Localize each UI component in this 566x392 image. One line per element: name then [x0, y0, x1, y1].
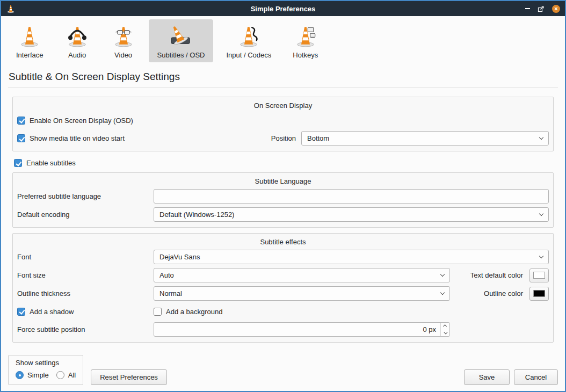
force-position-row: Force subtitle position 0 px — [17, 322, 549, 337]
toolbar-item-label: Video — [114, 51, 132, 59]
reset-preferences-button[interactable]: Reset Preferences — [91, 369, 167, 385]
chevron-down-icon — [444, 331, 447, 334]
chevron-down-icon — [440, 272, 445, 277]
radio-simple[interactable]: Simple — [16, 371, 49, 379]
force-position-value: 0 px — [154, 323, 440, 336]
toolbar-item-audio[interactable]: Audio — [56, 19, 98, 62]
checkbox-icon — [17, 308, 25, 316]
add-shadow-checkbox[interactable]: Add a shadow — [17, 308, 74, 316]
font-size-select[interactable]: Auto — [154, 268, 450, 282]
chevron-down-icon — [539, 254, 543, 258]
radio-icon — [16, 371, 24, 379]
subtitle-language-group: Subtitle Language Preferred subtitle lan… — [12, 172, 554, 228]
minimize-button[interactable] — [525, 8, 530, 9]
dialog-footer: Show settings Simple All Reset Preferenc… — [1, 355, 565, 391]
font-value: DejaVu Sans — [159, 253, 540, 261]
restore-icon — [538, 5, 545, 12]
titlebar: Simple Preferences × — [1, 1, 565, 16]
text-color-cluster: Text default color — [470, 268, 549, 282]
toolbar-item-label: Interface — [16, 51, 43, 59]
save-button[interactable]: Save — [464, 369, 510, 385]
chevron-down-icon — [539, 212, 543, 216]
vlc-cone-icon — [6, 4, 16, 13]
outline-color-label: Outline color — [484, 289, 523, 297]
chevron-up-icon — [443, 325, 446, 328]
toolbar-item-hotkeys[interactable]: Hotkeys — [284, 19, 326, 62]
font-row: Font DejaVu Sans — [17, 250, 549, 264]
radio-label: All — [68, 371, 76, 379]
outline-color-cluster: Outline color — [484, 287, 549, 301]
checkbox-label: Add a shadow — [30, 308, 74, 316]
font-size-row: Font size Auto Text default color — [17, 268, 549, 282]
white-swatch — [533, 272, 545, 279]
toolbar-item-label: Input / Codecs — [226, 51, 271, 59]
checkbox-label: Enable On Screen Display (OSD) — [30, 117, 133, 125]
position-select[interactable]: Bottom — [301, 131, 549, 146]
chevron-down-icon — [440, 291, 445, 295]
outline-thickness-label: Outline thickness — [17, 289, 154, 297]
interface-icon — [17, 24, 42, 48]
outline-thickness-select[interactable]: Normal — [154, 286, 450, 301]
osd-group: On Screen Display Enable On Screen Displ… — [12, 97, 554, 151]
radio-label: Simple — [27, 371, 49, 379]
preferred-language-input[interactable] — [154, 189, 549, 204]
window-controls: × — [525, 5, 560, 13]
close-icon: × — [554, 6, 557, 12]
checkbox-icon — [17, 117, 25, 125]
position-value: Bottom — [307, 134, 540, 142]
spin-down-button[interactable] — [441, 330, 449, 337]
chevron-down-icon — [539, 135, 543, 140]
toolbar-item-video[interactable]: Video — [103, 19, 144, 62]
cancel-button[interactable]: Cancel — [514, 369, 558, 385]
force-position-spinbox[interactable]: 0 px — [154, 322, 450, 337]
checkbox-label: Enable subtitles — [26, 159, 76, 167]
checkbox-icon — [154, 308, 162, 316]
restore-button[interactable] — [538, 5, 545, 12]
window-title: Simple Preferences — [1, 5, 565, 13]
effects-group-title: Subtitle effects — [17, 238, 549, 246]
black-swatch — [533, 290, 545, 297]
preferences-window: Simple Preferences × Interface — [0, 0, 566, 392]
outline-thickness-row: Outline thickness Normal Outline color — [17, 286, 549, 301]
checkbox-label: Show media title on video start — [30, 134, 125, 142]
show-settings-title: Show settings — [16, 359, 76, 367]
checkbox-icon — [14, 159, 22, 167]
page-title: Subtitle & On Screen Display Settings — [9, 71, 557, 83]
close-button[interactable]: × — [552, 5, 560, 13]
toolbar-item-input-codecs[interactable]: Input / Codecs — [217, 19, 280, 62]
toolbar-item-label: Audio — [68, 51, 86, 59]
show-media-title-checkbox[interactable]: Show media title on video start — [17, 134, 125, 142]
font-select[interactable]: DejaVu Sans — [154, 250, 549, 264]
outline-color-button[interactable] — [529, 287, 549, 301]
toolbar-item-subtitles-osd[interactable]: Subtitles / OSD — [149, 19, 214, 62]
hotkeys-icon — [293, 24, 318, 48]
enable-subtitles-checkbox[interactable]: Enable subtitles — [14, 159, 565, 167]
shadow-background-row: Add a shadow Add a background — [17, 304, 549, 318]
text-default-color-button[interactable] — [529, 268, 549, 282]
radio-all[interactable]: All — [56, 371, 76, 379]
position-label: Position — [271, 134, 296, 142]
toolbar-item-label: Subtitles / OSD — [157, 51, 205, 59]
font-size-label: Font size — [17, 271, 154, 279]
radio-icon — [56, 371, 64, 379]
toolbar-item-interface[interactable]: Interface — [8, 19, 52, 62]
osd-group-title: On Screen Display — [17, 101, 549, 110]
shadow-cell: Add a shadow — [17, 308, 154, 316]
enable-osd-checkbox[interactable]: Enable On Screen Display (OSD) — [17, 117, 133, 125]
toolbar-item-label: Hotkeys — [293, 51, 318, 59]
audio-icon — [65, 24, 90, 48]
add-background-checkbox[interactable]: Add a background — [154, 308, 223, 316]
minimize-icon — [525, 8, 530, 9]
video-icon — [111, 24, 136, 48]
font-label: Font — [17, 253, 154, 261]
enable-osd-row: Enable On Screen Display (OSD) — [17, 113, 549, 127]
show-settings-group: Show settings Simple All — [8, 355, 83, 385]
subtitles-osd-icon — [169, 24, 193, 48]
default-encoding-row: Default encoding Default (Windows-1252) — [17, 207, 549, 222]
checkbox-label: Add a background — [166, 308, 223, 316]
checkbox-icon — [17, 134, 25, 142]
encoding-value: Default (Windows-1252) — [159, 210, 540, 219]
default-encoding-select[interactable]: Default (Windows-1252) — [154, 207, 549, 222]
spin-up-button[interactable] — [441, 323, 449, 330]
show-settings-options: Simple All — [16, 371, 76, 379]
